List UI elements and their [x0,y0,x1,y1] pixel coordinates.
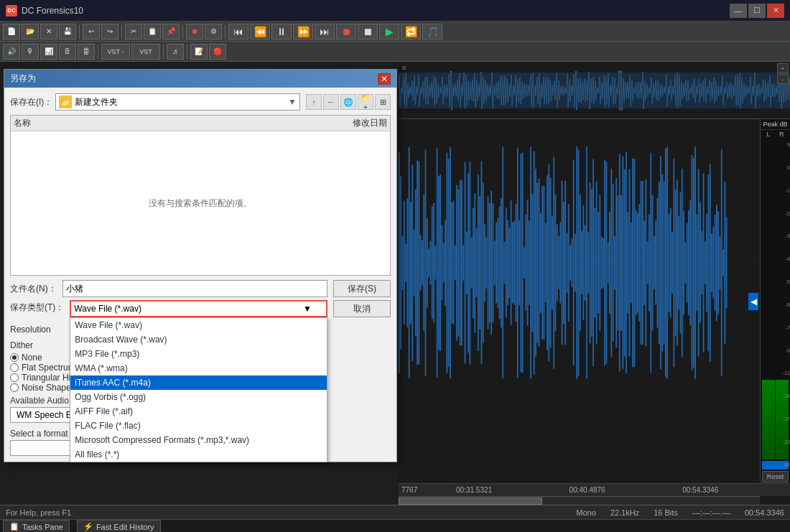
toolbar2-btn2[interactable]: 🎙 [22,44,39,60]
transport-rewind[interactable]: ⏪ [250,24,270,39]
dropdown-item-1[interactable]: Broadcast Wave (*.wav) [70,332,327,347]
transport-pause[interactable]: ⏸ [271,24,292,39]
dither-none-label: None [22,353,42,363]
dialog-title-text: 另存为 [10,73,36,85]
save-button[interactable]: 保存(S) [333,280,391,297]
peak-reset-button[interactable]: Reset [762,471,789,482]
sep-4 [225,24,226,39]
toolbar-btn-cut[interactable]: ✂ [125,24,142,39]
fast-edit-icon: ⚡ [83,522,93,531]
app-title: DC Forensics10 [22,6,730,16]
tab-fast-edit[interactable]: ⚡ Fast Edit History [77,520,161,532]
toolbar2-vst1[interactable]: VST - [101,44,130,60]
toolbar2-btn8[interactable]: 🔴 [209,44,226,60]
dropdown-item-0[interactable]: Wave File (*.wav) [70,318,327,332]
main-waveform-svg [399,119,760,483]
maximize-button[interactable]: ☐ [748,4,766,18]
peak-lr-labels: L R [761,130,790,139]
combo-arrow: ▼ [288,97,297,107]
transport-extra[interactable]: 🎵 [422,24,442,39]
toolbar2-btn1[interactable]: 🔊 [3,44,20,60]
transport-stop[interactable]: ⏹ [358,24,378,39]
dropdown-item-2[interactable]: MP3 File (*.mp3) [70,347,327,361]
scale-0: 0 [781,165,790,170]
transport-end[interactable]: ⏭ [315,24,335,39]
toolbar-btn-save[interactable]: 💾 [59,24,76,39]
view-button[interactable]: ⊞ [375,94,391,110]
scale-m2: -2 [781,211,790,216]
go-back-button[interactable]: ← [323,94,339,110]
svg-rect-1 [399,73,790,108]
main-waveform: ◀ Peak dB L R [399,119,790,483]
cancel-button[interactable]: 取消 [333,300,391,317]
save-location-row: 保存在(I)： 📁 新建文件夹 ▼ ↑ ← 🌐 📁+ ⊞ [10,93,391,111]
transport-record[interactable]: ⏺ [336,24,356,39]
toolbar-btn-open[interactable]: 📂 [22,24,39,39]
filetype-combo-container: Wave File (*.wav) ▼ Wave File (*.wav) Br… [70,300,327,317]
new-folder-button[interactable]: 📁+ [358,94,373,110]
toolbar-btn-settings[interactable]: ⚙ [205,24,222,39]
bottom-tabs-bar: 📋 Tasks Pane ⚡ Fast Edit History [0,519,790,532]
dropdown-item-6[interactable]: AIFF File (*.aif) [70,404,327,419]
close-button[interactable]: ✕ [767,4,784,18]
filetype-label: 保存类型(T)： [10,300,64,314]
dropdown-item-7[interactable]: FLAC File (*.flac) [70,419,327,433]
scale-m1: -1 [781,188,790,193]
tab-tasks-pane[interactable]: 📋 Tasks Pane [3,520,70,532]
toolbar-btn-copy[interactable]: 📋 [144,24,161,39]
dropdown-item-9[interactable]: All files (*.*) [70,447,327,462]
radio-triangular[interactable] [10,373,19,382]
toolbar2-btn5[interactable]: 🎛 [78,44,95,60]
toolbar-btn-record[interactable]: ⏺ [186,24,203,39]
filetype-arrow: ▼ [303,304,312,314]
sep-7 [187,45,187,59]
scrollbar-thumb[interactable] [399,498,542,505]
toolbar2-btn7[interactable]: 📝 [190,44,208,60]
dropdown-item-5[interactable]: Ogg Vorbis (*.ogg) [70,390,327,404]
filetype-dropdown: Wave File (*.wav) Broadcast Wave (*.wav)… [70,317,327,462]
scale-m23: -23 [781,439,790,444]
nav-arrow-right[interactable]: ◀ [748,293,758,310]
toolbar2-btn3[interactable]: 📊 [40,44,57,60]
dropdown-item-8[interactable]: Microsoft Compressed Formats (*.mp3,*.wa… [70,433,327,447]
radio-flat[interactable] [10,363,19,372]
filetype-row: 保存类型(T)： Wave File (*.wav) ▼ Wave File (… [10,300,391,317]
transport-forward[interactable]: ⏩ [293,24,313,39]
toolbar2-btn6[interactable]: ♬ [167,44,184,60]
scrollbar-h[interactable] [399,496,760,505]
save-as-dialog: 另存为 ✕ 保存在(I)： 📁 新建文件夹 ▼ ↑ ← 🌐 [4,69,397,462]
radio-noise-shape[interactable] [10,383,19,392]
filename-input[interactable] [62,280,327,297]
file-list-header: 名称 修改日期 [11,116,390,131]
dropdown-item-4[interactable]: iTunes AAC (*.m4a) [70,375,327,390]
toolbar-btn-redo[interactable]: ↪ [101,24,118,39]
toolbar-btn-new[interactable]: 📄 [3,24,20,39]
scale-m17: -17 [781,416,790,421]
toolbar2-btn4[interactable]: 🎚 [59,44,76,60]
radio-none[interactable] [10,353,19,362]
toolbar-row-1: 📄 📂 ✕ 💾 ↩ ↪ ✂ 📋 📌 ⏺ ⚙ ⏮ ⏪ ⏸ ⏩ ⏭ ⏺ ⏹ ▶ 🔁 … [0,22,790,42]
peak-l-label: L [766,131,770,138]
dialog-close-button[interactable]: ✕ [378,73,391,85]
toolbar-btn-paste[interactable]: 📌 [162,24,180,39]
sep-5 [98,45,98,59]
window-controls: — ☐ ✕ [730,4,784,18]
location-combo[interactable]: 📁 新建文件夹 ▼ [55,93,300,111]
transport-play[interactable]: ▶ [379,24,399,39]
filetype-combo[interactable]: Wave File (*.wav) ▼ [70,300,327,317]
file-list-area: 名称 修改日期 没有与搜索条件匹配的项。 [10,115,391,276]
toolbar2-vst2[interactable]: VST [131,44,160,60]
dropdown-item-3[interactable]: WMA (*.wma) [70,361,327,375]
toolbar-btn-close[interactable]: ✕ [40,24,57,39]
scale-9: 9 [781,142,790,147]
transport-loop[interactable]: 🔁 [401,24,421,39]
toolbar-btn-undo[interactable]: ↩ [83,24,100,39]
nav-button[interactable]: 🌐 [340,94,356,110]
filename-label: 文件名(N)： [10,283,57,295]
go-up-button[interactable]: ↑ [306,94,322,110]
mini-zoom-out[interactable]: - [777,74,789,84]
scale-m3: -3 [781,233,790,238]
transport-prev[interactable]: ⏮ [228,24,248,39]
minimize-button[interactable]: — [730,4,747,18]
mini-zoom-in[interactable]: + [777,63,789,73]
